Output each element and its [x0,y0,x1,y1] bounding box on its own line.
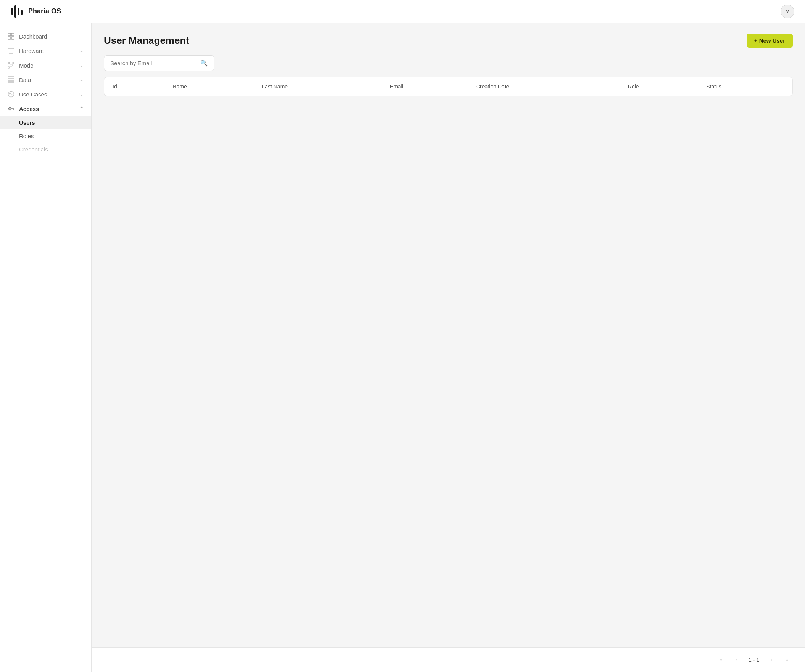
page-header: User Management + New User [92,23,805,55]
new-user-button[interactable]: + New User [747,34,793,48]
page-info: 1 - 1 [746,657,762,663]
sidebar-item-label: Dashboard [19,33,47,40]
sidebar-item-data[interactable]: Data ⌄ [0,72,91,87]
svg-rect-5 [12,33,14,36]
sidebar-sub-item-label: Users [19,120,35,126]
col-id: Id [105,78,166,95]
svg-point-24 [13,82,13,82]
access-icon [8,105,15,112]
sidebar-sub-item-label: Credentials [19,146,48,152]
sidebar-item-use-cases[interactable]: Use Cases ⌄ [0,87,91,102]
svg-rect-0 [12,8,13,15]
search-input[interactable] [110,60,197,66]
col-name: Name [166,78,255,95]
search-box: 🔍 [104,55,214,71]
sidebar-item-label: Hardware [19,48,44,54]
table-header: Id Name Last Name Email Creation Date Ro… [105,78,792,95]
svg-rect-8 [8,48,14,53]
sidebar: Dashboard Hardware ⌄ Mo [0,23,92,672]
svg-line-16 [10,64,10,64]
sidebar-sub-item-users[interactable]: Users [0,116,91,129]
user-avatar[interactable]: M [780,5,794,18]
sidebar-item-label: Model [19,62,35,69]
table-wrapper: Id Name Last Name Email Creation Date Ro… [92,77,805,647]
col-role: Role [622,78,699,95]
chevron-down-icon: ⌄ [80,77,84,82]
users-table: Id Name Last Name Email Creation Date Ro… [104,77,793,96]
chevron-up-icon: ⌃ [80,106,84,111]
app-name: Pharia OS [28,7,61,15]
logo-area: Pharia OS [11,5,61,18]
svg-point-30 [10,108,11,110]
sidebar-item-label: Use Cases [19,91,47,98]
prev-page-button[interactable]: ‹ [730,654,743,666]
sidebar-sub-item-label: Roles [19,133,34,139]
first-page-button[interactable]: « [715,654,727,666]
model-icon [8,62,15,69]
sidebar-item-label: Data [19,77,31,83]
svg-rect-6 [8,37,11,39]
next-page-button[interactable]: › [765,654,777,666]
chevron-down-icon: ⌄ [80,48,84,53]
col-last-name: Last Name [256,78,383,95]
sidebar-item-access[interactable]: Access ⌃ [0,102,91,116]
col-email: Email [384,78,469,95]
main-layout: Dashboard Hardware ⌄ Mo [0,23,805,672]
col-creation-date: Creation Date [470,78,621,95]
main-content: User Management + New User 🔍 Id Name Las… [92,23,805,672]
sidebar-item-label: Access [19,106,39,112]
page-title: User Management [104,35,189,46]
data-icon [8,76,15,83]
svg-rect-1 [15,5,16,18]
last-page-button[interactable]: » [780,654,793,666]
search-area: 🔍 [92,55,805,77]
top-header: Pharia OS M [0,0,805,23]
svg-point-22 [13,77,13,78]
svg-line-18 [10,66,10,67]
svg-rect-7 [12,37,14,39]
sidebar-item-model[interactable]: Model ⌄ [0,58,91,72]
sidebar-item-dashboard[interactable]: Dashboard [0,29,91,43]
dashboard-icon [8,33,15,40]
col-status: Status [700,78,792,95]
chevron-down-icon: ⌄ [80,92,84,97]
svg-point-15 [8,67,10,68]
svg-line-17 [12,64,13,64]
table-header-row: Id Name Last Name Email Creation Date Ro… [105,78,792,95]
svg-point-13 [8,62,10,64]
sidebar-sub-item-credentials: Credentials [0,143,91,156]
use-cases-icon [8,91,15,98]
svg-point-23 [13,79,13,80]
pharia-logo-icon [11,5,25,18]
hardware-icon [8,47,15,54]
search-icon: 🔍 [200,59,208,67]
pagination: « ‹ 1 - 1 › » [92,647,805,672]
svg-rect-2 [18,8,20,15]
svg-rect-3 [21,10,23,15]
chevron-down-icon: ⌄ [80,62,84,68]
sidebar-item-hardware[interactable]: Hardware ⌄ [0,43,91,58]
sidebar-sub-item-roles[interactable]: Roles [0,129,91,143]
svg-rect-4 [8,33,11,36]
svg-point-14 [13,62,14,64]
